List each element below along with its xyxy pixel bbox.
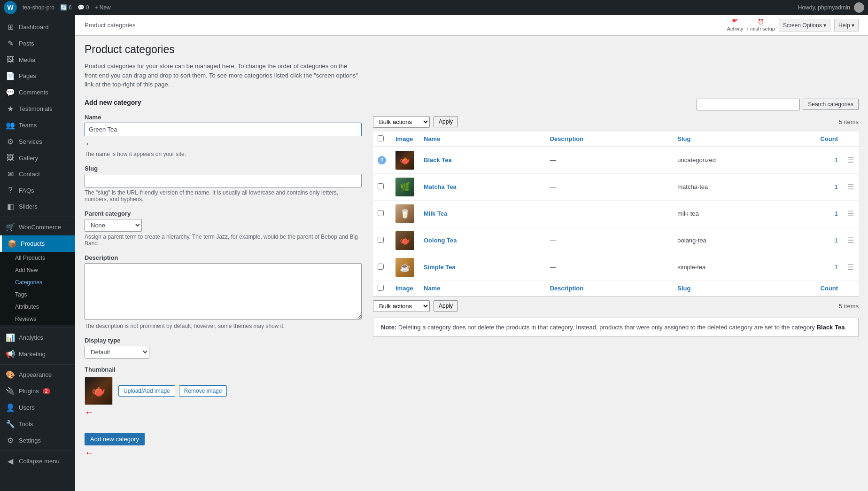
search-categories-input[interactable] [697, 99, 800, 110]
categories-table: Image Name Description Slug Count [373, 132, 859, 296]
select-all-checkbox[interactable] [378, 135, 384, 141]
sidebar-item-users[interactable]: 👤 Users [0, 399, 75, 416]
drag-handle[interactable]: ☰ [847, 263, 854, 271]
sidebar-item-appearance[interactable]: 🎨 Appearance [0, 366, 75, 383]
submenu-categories[interactable]: Categories [0, 276, 75, 288]
apply-button-bottom[interactable]: Apply [434, 300, 458, 312]
slug-input[interactable] [85, 174, 362, 187]
sidebar-item-testimonials[interactable]: ★ Testimonials [0, 101, 75, 117]
sidebar-collapse[interactable]: ◀ Collapse menu [0, 453, 75, 469]
sidebar-item-posts[interactable]: ✎ Posts [0, 35, 75, 52]
sidebar-item-teams[interactable]: 👥 Teams [0, 117, 75, 133]
drag-handle[interactable]: ☰ [847, 210, 854, 218]
sidebar-item-settings[interactable]: ⚙ Settings [0, 432, 75, 449]
count-column-footer[interactable]: Count [814, 281, 843, 296]
submenu-add-new[interactable]: Add New [0, 264, 75, 276]
sidebar-item-pages[interactable]: 📄 Pages [0, 68, 75, 84]
sidebar-label-marketing: Marketing [19, 351, 46, 358]
sidebar-item-tools[interactable]: 🔧 Tools [0, 416, 75, 432]
admin-bar: W tea-shop-pro 🔄 6 💬 0 + New Howdy, phpm… [0, 0, 868, 15]
row-actions-cell: ☰ [843, 173, 859, 200]
comments-icon: 💬 [6, 88, 15, 97]
sidebar-item-faqs[interactable]: ? FAQs [0, 182, 75, 198]
sidebar-item-marketing[interactable]: 📢 Marketing [0, 346, 75, 362]
description-column-header[interactable]: Description [545, 132, 673, 147]
submenu-all-products[interactable]: All Products [0, 252, 75, 264]
activity-button[interactable]: 🚩 Activity [727, 19, 744, 31]
sidebar-item-sliders[interactable]: ◧ Sliders [0, 198, 75, 215]
count-link[interactable]: 1 [835, 156, 838, 164]
count-column-header[interactable]: Count [814, 132, 843, 147]
row-name-cell: Black Tea [419, 147, 545, 173]
description-textarea[interactable] [85, 263, 362, 320]
slug-column-header[interactable]: Slug [673, 132, 814, 147]
name-column-footer[interactable]: Name [419, 281, 545, 296]
sidebar-item-woocommerce[interactable]: 🛒 WooCommerce [0, 219, 75, 235]
category-name-link[interactable]: Black Tea [424, 156, 452, 164]
count-link[interactable]: 1 [835, 237, 838, 244]
row-checkbox-cell [373, 200, 391, 227]
sidebar-item-services[interactable]: ⚙ Services [0, 133, 75, 150]
display-type-select[interactable]: Default Products Subcategories Both [85, 346, 149, 359]
new-content[interactable]: + New [94, 4, 110, 11]
name-input[interactable] [85, 123, 362, 136]
add-category-button[interactable]: Add new category [85, 433, 145, 445]
admin-avatar[interactable] [854, 2, 864, 13]
slug-column-footer[interactable]: Slug [673, 281, 814, 296]
search-categories-button[interactable]: Search categories [803, 99, 859, 110]
category-name-link[interactable]: Simple Tea [424, 264, 456, 271]
finish-setup-icon: ⏰ [758, 19, 764, 25]
category-name-link[interactable]: Oolong Tea [424, 237, 457, 244]
help-icon[interactable]: ? [378, 156, 386, 164]
drag-handle[interactable]: ☰ [847, 156, 854, 164]
count-link[interactable]: 1 [835, 210, 838, 217]
submenu-attributes[interactable]: Attributes [0, 301, 75, 313]
row-checkbox-cell [373, 227, 391, 254]
submenu-tags[interactable]: Tags [0, 288, 75, 301]
bulk-actions-select-bottom[interactable]: Bulk actions [373, 300, 430, 312]
sidebar-label-contact: Contact [19, 171, 40, 178]
select-all-checkbox-footer[interactable] [378, 285, 384, 291]
drag-handle[interactable]: ☰ [847, 236, 854, 244]
finish-setup-button[interactable]: ⏰ Finish setup [747, 19, 775, 31]
sidebar-item-media[interactable]: 🖼 Media [0, 52, 75, 68]
sidebar-item-analytics[interactable]: 📊 Analytics [0, 329, 75, 346]
remove-image-button[interactable]: Remove image [179, 385, 227, 397]
upload-image-button[interactable]: Upload/Add image [118, 385, 175, 397]
name-column-header[interactable]: Name [419, 132, 545, 147]
category-name-link[interactable]: Matcha Tea [424, 183, 457, 190]
row-description-cell: — [545, 254, 673, 281]
bulk-actions-left: Bulk actions Apply [373, 116, 458, 128]
bulk-actions-select[interactable]: Bulk actions [373, 116, 430, 128]
admin-menu: ⊞ Dashboard ✎ Posts 🖼 Media 📄 Pages 💬 Co… [0, 15, 75, 491]
row-checkbox[interactable] [378, 183, 384, 189]
count-link[interactable]: 1 [835, 183, 838, 190]
row-checkbox[interactable] [378, 237, 384, 243]
row-checkbox[interactable] [378, 210, 384, 216]
sidebar-item-comments[interactable]: 💬 Comments [0, 84, 75, 101]
categories-table-area: Search categories Bulk actions Apply 5 i… [373, 99, 859, 337]
count-link[interactable]: 1 [835, 264, 838, 271]
sidebar-item-products[interactable]: 📦 Products [0, 235, 75, 252]
submenu-reviews[interactable]: Reviews [0, 313, 75, 325]
sidebar-item-dashboard[interactable]: ⊞ Dashboard [0, 19, 75, 35]
category-image: 🫖 [395, 151, 414, 170]
site-name[interactable]: tea-shop-pro [23, 4, 54, 11]
sidebar-item-contact[interactable]: ✉ Contact [0, 166, 75, 182]
row-name-cell: Milk Tea [419, 200, 545, 227]
analytics-icon: 📊 [6, 333, 15, 342]
sidebar-item-gallery[interactable]: 🖼 Gallery [0, 150, 75, 166]
parent-category-select[interactable]: None Black Tea Matcha Tea Milk Tea Oolon… [85, 219, 142, 232]
screen-options-button[interactable]: Screen Options ▾ [779, 19, 830, 31]
drag-handle[interactable]: ☰ [847, 183, 854, 191]
help-button[interactable]: Help ▾ [834, 19, 859, 31]
category-name-link[interactable]: Milk Tea [424, 210, 447, 217]
apply-button-top[interactable]: Apply [434, 116, 458, 127]
sidebar-item-plugins[interactable]: 🔌 Plugins 2 [0, 383, 75, 399]
row-count-cell: 1 [814, 173, 843, 200]
update-count[interactable]: 🔄 6 [60, 4, 72, 11]
description-column-footer[interactable]: Description [545, 281, 673, 296]
comment-count[interactable]: 💬 0 [78, 4, 89, 11]
thumbnail-image: 🫖 [85, 377, 113, 405]
row-checkbox[interactable] [378, 264, 384, 270]
